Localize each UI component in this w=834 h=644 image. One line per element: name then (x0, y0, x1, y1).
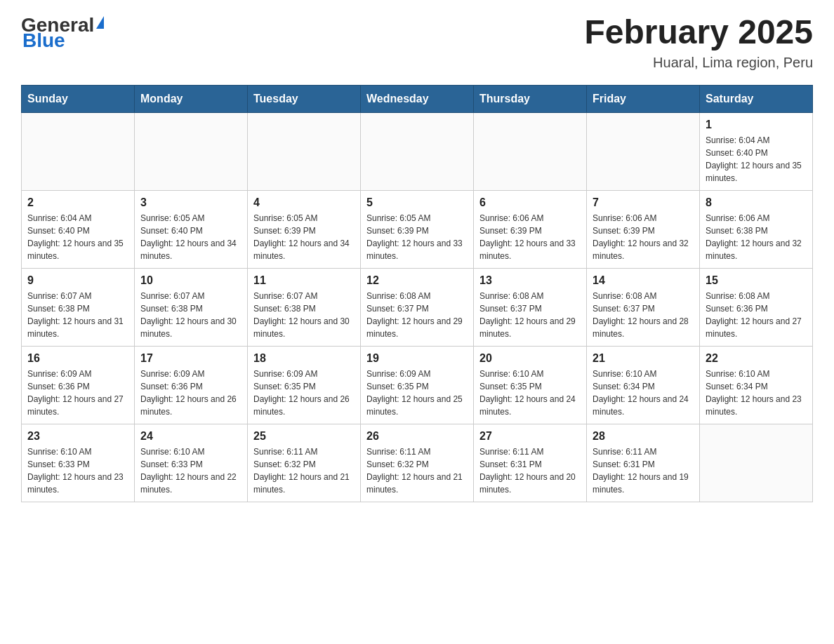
day-of-week-header: Sunday (22, 85, 135, 112)
calendar-week-row: 9Sunrise: 6:07 AMSunset: 6:38 PMDaylight… (22, 268, 813, 346)
day-number: 2 (27, 196, 128, 209)
calendar-day-cell: 21Sunrise: 6:10 AMSunset: 6:34 PMDayligh… (587, 346, 700, 424)
calendar-day-cell: 14Sunrise: 6:08 AMSunset: 6:37 PMDayligh… (587, 268, 700, 346)
calendar-day-cell (361, 112, 474, 190)
calendar-day-cell: 1Sunrise: 6:04 AMSunset: 6:40 PMDaylight… (700, 112, 813, 190)
calendar-day-cell: 27Sunrise: 6:11 AMSunset: 6:31 PMDayligh… (474, 424, 587, 502)
calendar-day-cell: 16Sunrise: 6:09 AMSunset: 6:36 PMDayligh… (22, 346, 135, 424)
calendar-day-cell: 24Sunrise: 6:10 AMSunset: 6:33 PMDayligh… (135, 424, 248, 502)
day-number: 28 (593, 430, 694, 443)
calendar-day-cell: 11Sunrise: 6:07 AMSunset: 6:38 PMDayligh… (248, 268, 361, 346)
calendar-day-cell: 25Sunrise: 6:11 AMSunset: 6:32 PMDayligh… (248, 424, 361, 502)
day-number: 19 (366, 352, 468, 365)
calendar-header-row: SundayMondayTuesdayWednesdayThursdayFrid… (22, 85, 813, 112)
day-info: Sunrise: 6:05 AMSunset: 6:39 PMDaylight:… (366, 212, 468, 262)
day-number: 20 (479, 352, 581, 365)
day-info: Sunrise: 6:11 AMSunset: 6:32 PMDaylight:… (366, 445, 468, 496)
calendar-day-cell (474, 112, 587, 190)
calendar-day-cell: 18Sunrise: 6:09 AMSunset: 6:35 PMDayligh… (248, 346, 361, 424)
calendar-day-cell: 7Sunrise: 6:06 AMSunset: 6:39 PMDaylight… (587, 190, 700, 268)
calendar-day-cell (248, 112, 361, 190)
day-number: 27 (479, 430, 581, 443)
day-number: 10 (140, 274, 241, 287)
day-number: 23 (27, 430, 128, 443)
day-number: 5 (366, 196, 468, 209)
day-number: 16 (27, 352, 128, 365)
day-info: Sunrise: 6:10 AMSunset: 6:34 PMDaylight:… (706, 368, 807, 418)
day-info: Sunrise: 6:11 AMSunset: 6:31 PMDaylight:… (479, 445, 581, 496)
calendar-title: February 2025 (584, 14, 813, 51)
calendar-day-cell: 10Sunrise: 6:07 AMSunset: 6:38 PMDayligh… (135, 268, 248, 346)
calendar-day-cell: 28Sunrise: 6:11 AMSunset: 6:31 PMDayligh… (587, 424, 700, 502)
title-block: February 2025 Huaral, Lima region, Peru (584, 14, 813, 71)
day-of-week-header: Thursday (474, 85, 587, 112)
day-info: Sunrise: 6:06 AMSunset: 6:38 PMDaylight:… (706, 212, 807, 262)
day-number: 26 (366, 430, 468, 443)
day-info: Sunrise: 6:09 AMSunset: 6:35 PMDaylight:… (366, 368, 468, 418)
calendar-day-cell (135, 112, 248, 190)
day-of-week-header: Friday (587, 85, 700, 112)
day-info: Sunrise: 6:07 AMSunset: 6:38 PMDaylight:… (27, 290, 128, 340)
day-number: 13 (479, 274, 581, 287)
calendar-day-cell: 4Sunrise: 6:05 AMSunset: 6:39 PMDaylight… (248, 190, 361, 268)
calendar-day-cell: 9Sunrise: 6:07 AMSunset: 6:38 PMDaylight… (22, 268, 135, 346)
day-info: Sunrise: 6:11 AMSunset: 6:31 PMDaylight:… (593, 445, 694, 496)
day-of-week-header: Saturday (700, 85, 813, 112)
day-info: Sunrise: 6:05 AMSunset: 6:39 PMDaylight:… (253, 212, 355, 262)
calendar-week-row: 1Sunrise: 6:04 AMSunset: 6:40 PMDaylight… (22, 112, 813, 190)
logo: General Blue (21, 14, 104, 52)
day-of-week-header: Wednesday (361, 85, 474, 112)
calendar-day-cell (587, 112, 700, 190)
day-number: 17 (140, 352, 241, 365)
calendar-week-row: 23Sunrise: 6:10 AMSunset: 6:33 PMDayligh… (22, 424, 813, 502)
day-number: 8 (706, 196, 807, 209)
day-number: 21 (593, 352, 694, 365)
day-info: Sunrise: 6:06 AMSunset: 6:39 PMDaylight:… (593, 212, 694, 262)
day-info: Sunrise: 6:10 AMSunset: 6:35 PMDaylight:… (479, 368, 581, 418)
page-header: General Blue February 2025 Huaral, Lima … (21, 14, 813, 71)
day-number: 11 (253, 274, 355, 287)
calendar-subtitle: Huaral, Lima region, Peru (584, 55, 813, 71)
calendar-day-cell: 23Sunrise: 6:10 AMSunset: 6:33 PMDayligh… (22, 424, 135, 502)
day-info: Sunrise: 6:09 AMSunset: 6:36 PMDaylight:… (27, 368, 128, 418)
day-number: 12 (366, 274, 468, 287)
day-number: 18 (253, 352, 355, 365)
logo-triangle-icon (96, 16, 104, 29)
day-number: 22 (706, 352, 807, 365)
calendar-day-cell (700, 424, 813, 502)
day-info: Sunrise: 6:05 AMSunset: 6:40 PMDaylight:… (140, 212, 241, 262)
calendar-table: SundayMondayTuesdayWednesdayThursdayFrid… (21, 85, 813, 502)
day-number: 24 (140, 430, 241, 443)
logo-blue-text: Blue (22, 29, 65, 52)
day-number: 9 (27, 274, 128, 287)
day-info: Sunrise: 6:07 AMSunset: 6:38 PMDaylight:… (140, 290, 241, 340)
day-info: Sunrise: 6:08 AMSunset: 6:37 PMDaylight:… (366, 290, 468, 340)
day-info: Sunrise: 6:07 AMSunset: 6:38 PMDaylight:… (253, 290, 355, 340)
day-number: 14 (593, 274, 694, 287)
calendar-day-cell: 3Sunrise: 6:05 AMSunset: 6:40 PMDaylight… (135, 190, 248, 268)
calendar-day-cell: 19Sunrise: 6:09 AMSunset: 6:35 PMDayligh… (361, 346, 474, 424)
calendar-week-row: 16Sunrise: 6:09 AMSunset: 6:36 PMDayligh… (22, 346, 813, 424)
day-info: Sunrise: 6:08 AMSunset: 6:37 PMDaylight:… (593, 290, 694, 340)
day-number: 6 (479, 196, 581, 209)
calendar-day-cell: 15Sunrise: 6:08 AMSunset: 6:36 PMDayligh… (700, 268, 813, 346)
calendar-day-cell (22, 112, 135, 190)
calendar-day-cell: 20Sunrise: 6:10 AMSunset: 6:35 PMDayligh… (474, 346, 587, 424)
day-info: Sunrise: 6:10 AMSunset: 6:33 PMDaylight:… (140, 445, 241, 496)
day-number: 3 (140, 196, 241, 209)
day-info: Sunrise: 6:04 AMSunset: 6:40 PMDaylight:… (27, 212, 128, 262)
day-number: 1 (706, 119, 807, 131)
calendar-day-cell: 26Sunrise: 6:11 AMSunset: 6:32 PMDayligh… (361, 424, 474, 502)
day-number: 7 (593, 196, 694, 209)
day-info: Sunrise: 6:08 AMSunset: 6:37 PMDaylight:… (479, 290, 581, 340)
day-info: Sunrise: 6:09 AMSunset: 6:35 PMDaylight:… (253, 368, 355, 418)
calendar-day-cell: 8Sunrise: 6:06 AMSunset: 6:38 PMDaylight… (700, 190, 813, 268)
calendar-day-cell: 22Sunrise: 6:10 AMSunset: 6:34 PMDayligh… (700, 346, 813, 424)
calendar-day-cell: 6Sunrise: 6:06 AMSunset: 6:39 PMDaylight… (474, 190, 587, 268)
calendar-day-cell: 5Sunrise: 6:05 AMSunset: 6:39 PMDaylight… (361, 190, 474, 268)
day-info: Sunrise: 6:04 AMSunset: 6:40 PMDaylight:… (706, 134, 807, 185)
day-info: Sunrise: 6:09 AMSunset: 6:36 PMDaylight:… (140, 368, 241, 418)
day-info: Sunrise: 6:10 AMSunset: 6:33 PMDaylight:… (27, 445, 128, 496)
day-info: Sunrise: 6:10 AMSunset: 6:34 PMDaylight:… (593, 368, 694, 418)
day-number: 4 (253, 196, 355, 209)
